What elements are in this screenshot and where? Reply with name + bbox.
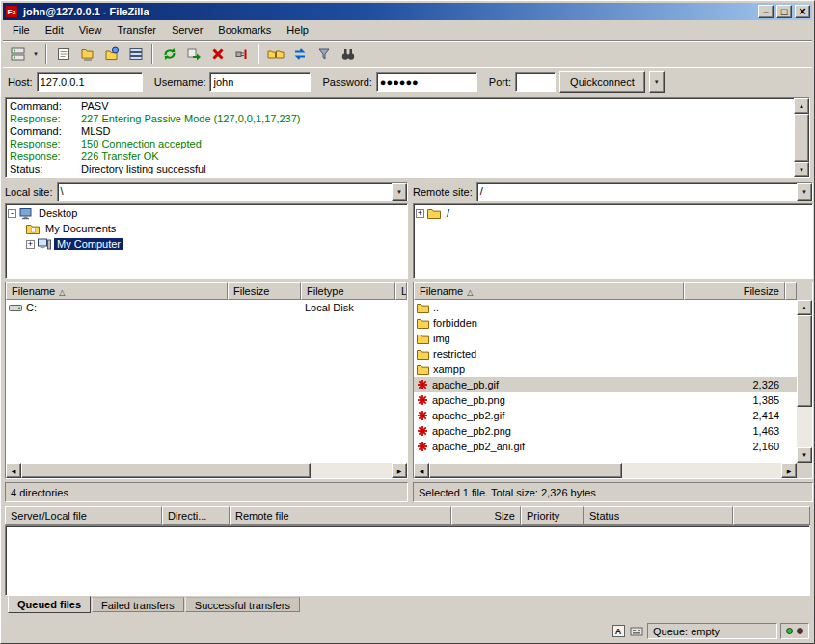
column-header-filesize[interactable]: Filesize <box>228 282 301 300</box>
remote-file-row[interactable]: apache_pb2.png 1,463 <box>414 423 797 439</box>
scrollbar-track[interactable] <box>622 463 781 478</box>
remote-site-combobox[interactable]: / <box>476 182 813 201</box>
minimize-button[interactable] <box>758 5 774 18</box>
scrollbar-thumb[interactable] <box>797 315 812 407</box>
directory-comparison-button[interactable] <box>263 43 287 66</box>
column-header-status[interactable]: Status <box>584 506 733 525</box>
disconnect-button[interactable] <box>230 43 254 66</box>
scrollbar-thumb[interactable] <box>794 114 809 162</box>
remote-vertical-scrollbar[interactable] <box>797 300 812 463</box>
tree-item-root[interactable]: / <box>416 205 812 221</box>
remote-file-row[interactable]: apache_pb2_ani.gif 2,160 <box>414 439 797 454</box>
filter-button[interactable] <box>312 43 336 66</box>
image-file-icon <box>417 441 428 452</box>
tree-item-desktop[interactable]: Desktop <box>8 205 407 221</box>
scroll-right-arrow[interactable] <box>781 463 797 478</box>
toggle-queue-button[interactable] <box>123 43 148 66</box>
remote-file-row[interactable]: apache_pb2.gif 2,414 <box>414 408 797 423</box>
column-header-server-local-file[interactable]: Server/Local file <box>5 506 162 525</box>
column-header-remote-file[interactable]: Remote file <box>230 506 451 525</box>
remote-file-row[interactable]: apache_pb.png 1,385 <box>414 392 797 408</box>
refresh-button[interactable] <box>157 43 181 66</box>
cancel-button[interactable] <box>205 43 230 66</box>
tree-item-my-documents[interactable]: My Documents <box>8 221 407 236</box>
remote-file-row-selected[interactable]: apache_pb.gif 2,326 <box>414 377 797 392</box>
menu-bookmarks[interactable]: Bookmarks <box>210 21 279 40</box>
column-header-last-modified[interactable]: L <box>395 282 407 300</box>
remote-file-row[interactable]: xampp <box>414 362 797 377</box>
remote-file-row[interactable]: forbidden <box>414 315 797 331</box>
remote-file-row[interactable]: img <box>414 331 797 346</box>
quickconnect-bar: Host: Username: Password: Port: Quickcon… <box>3 67 812 95</box>
column-header-filename[interactable]: Filename <box>6 282 228 300</box>
scroll-up-arrow[interactable] <box>797 300 812 315</box>
synchronized-browsing-button[interactable] <box>287 43 312 66</box>
menu-transfer[interactable]: Transfer <box>109 21 164 40</box>
column-header-filesize[interactable]: Filesize <box>684 282 785 300</box>
remote-file-row[interactable]: restricted <box>414 346 797 362</box>
queue-list-area[interactable] <box>5 525 810 596</box>
username-input[interactable] <box>209 72 311 92</box>
filezilla-logo-icon[interactable] <box>5 5 18 18</box>
scroll-left-arrow[interactable] <box>414 463 429 478</box>
column-header-filetype[interactable]: Filetype <box>301 282 395 300</box>
find-files-button[interactable] <box>336 43 360 66</box>
remote-file-row[interactable]: .. <box>414 300 797 315</box>
speed-limits-icon[interactable] <box>629 624 644 638</box>
menu-file[interactable]: File <box>5 21 38 40</box>
column-header-direction[interactable]: Directi... <box>162 506 230 525</box>
site-manager-dropdown-button[interactable] <box>30 43 41 66</box>
menu-view[interactable]: View <box>71 21 110 40</box>
collapse-expander-icon[interactable] <box>8 209 16 218</box>
quickconnect-dropdown-button[interactable] <box>649 71 665 93</box>
combo-dropdown-arrow[interactable] <box>392 183 407 201</box>
tab-failed-transfers[interactable]: Failed transfers <box>92 597 184 612</box>
toggle-remote-tree-button[interactable] <box>99 43 123 66</box>
scrollbar-thumb[interactable] <box>429 463 622 478</box>
expand-expander-icon[interactable] <box>416 209 424 218</box>
log-line: Command: MLSD <box>10 125 793 138</box>
menu-server[interactable]: Server <box>164 21 210 40</box>
port-input[interactable] <box>515 72 556 92</box>
ascii-datatype-icon[interactable] <box>611 624 626 638</box>
password-input[interactable] <box>376 72 477 92</box>
column-header-filename[interactable]: Filename <box>414 282 684 300</box>
site-manager-button[interactable] <box>6 43 30 66</box>
toggle-message-log-button[interactable] <box>51 43 75 66</box>
expand-expander-icon[interactable] <box>26 240 35 249</box>
tab-queued-files[interactable]: Queued files <box>8 596 91 613</box>
scrollbar-track[interactable] <box>797 407 812 447</box>
column-header-priority[interactable]: Priority <box>521 506 584 525</box>
tab-successful-transfers[interactable]: Successful transfers <box>185 597 300 612</box>
local-horizontal-scrollbar[interactable] <box>6 463 407 478</box>
remote-tree-icon <box>104 46 120 62</box>
scrollbar-track[interactable] <box>311 463 392 478</box>
maximize-button[interactable] <box>776 5 792 18</box>
log-line-label: Response: <box>10 113 81 125</box>
menu-edit[interactable]: Edit <box>38 21 71 40</box>
scroll-right-arrow[interactable] <box>392 463 407 478</box>
column-label: Server/Local file <box>11 510 87 522</box>
local-tree-icon <box>80 46 95 62</box>
local-file-row[interactable]: C: Local Disk <box>6 300 407 315</box>
scroll-up-arrow[interactable] <box>794 98 809 114</box>
menu-help[interactable]: Help <box>279 21 316 40</box>
tree-item-my-computer[interactable]: My Computer <box>8 236 407 252</box>
log-vertical-scrollbar[interactable] <box>794 98 809 177</box>
combo-dropdown-arrow[interactable] <box>797 183 812 201</box>
scroll-down-arrow[interactable] <box>794 162 809 177</box>
close-button[interactable] <box>795 5 810 18</box>
scroll-left-arrow[interactable] <box>6 463 21 478</box>
image-file-icon <box>417 425 428 437</box>
toggle-local-tree-button[interactable] <box>75 43 99 66</box>
local-site-combobox[interactable]: \ <box>57 182 408 201</box>
host-input[interactable] <box>37 72 143 92</box>
remote-horizontal-scrollbar[interactable] <box>414 463 812 478</box>
quickconnect-button[interactable]: Quickconnect <box>559 71 645 93</box>
scroll-down-arrow[interactable] <box>797 447 812 463</box>
remote-directory-tree: / <box>413 203 813 279</box>
scrollbar-thumb[interactable] <box>21 463 311 478</box>
process-queue-button[interactable] <box>181 43 205 66</box>
column-header-size[interactable]: Size <box>451 506 521 525</box>
log-line-label: Status: <box>10 163 81 175</box>
